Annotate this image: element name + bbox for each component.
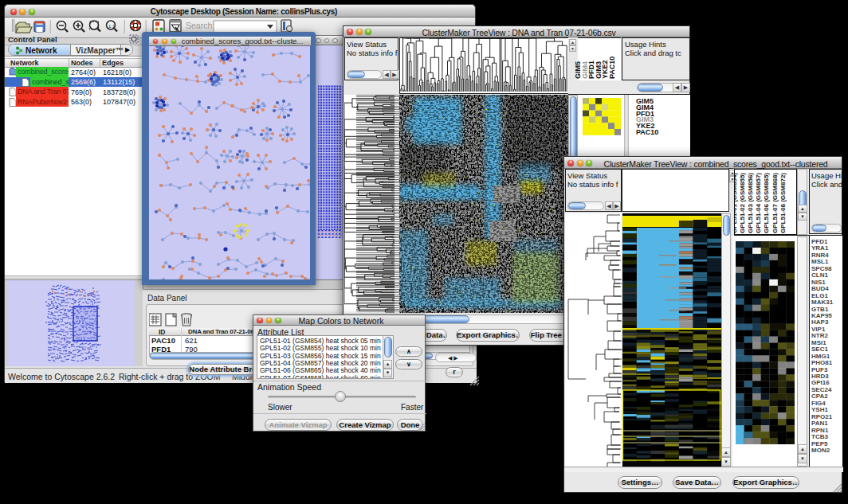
svg-text:1:1: 1:1 — [108, 24, 116, 29]
svg-text:Search:: Search: — [186, 21, 214, 30]
